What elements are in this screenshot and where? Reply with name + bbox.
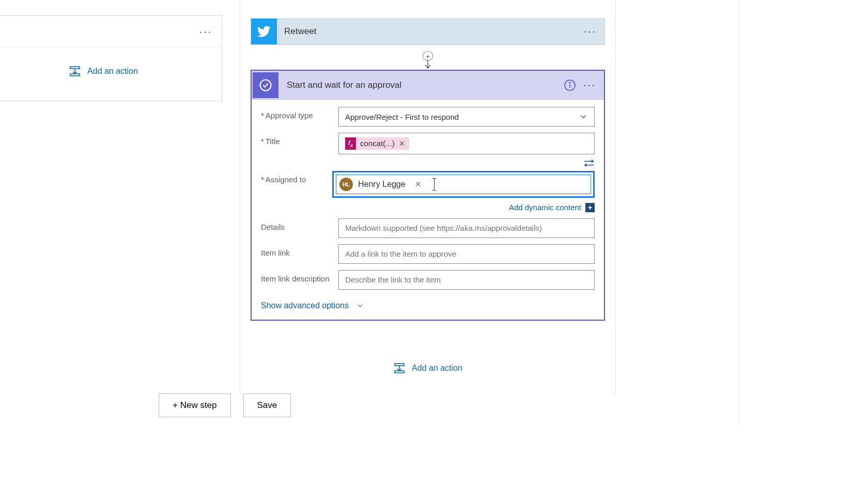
right-panel-edge <box>739 0 739 423</box>
avatar: HL <box>339 178 353 191</box>
details-label: Details <box>261 218 338 231</box>
footer-buttons: + New step Save <box>159 393 291 417</box>
add-action-button-bottom[interactable]: Add an action <box>393 362 462 374</box>
left-branch-header: ··· <box>0 16 222 47</box>
approval-type-select[interactable]: Approve/Reject - First to respond <box>338 107 595 127</box>
approval-icon <box>253 72 278 98</box>
more-icon[interactable]: ··· <box>196 25 215 38</box>
details-input[interactable] <box>338 218 595 238</box>
arrow-down-icon <box>423 60 433 70</box>
approval-header[interactable]: Start and wait for an approval ··· <box>252 71 604 100</box>
fx-icon: fx <box>345 137 356 150</box>
left-branch-card: ··· Add an action <box>0 15 222 101</box>
svg-point-4 <box>260 80 271 90</box>
item-link-label: Item link <box>261 244 338 257</box>
add-action-label: Add an action <box>87 67 138 76</box>
retweet-more-icon[interactable]: ··· <box>584 25 605 38</box>
add-action-button[interactable]: Add an action <box>69 65 138 77</box>
title-input[interactable]: fx concat(...) ✕ <box>338 133 595 154</box>
assigned-to-highlight: HL Henry Legge ✕ <box>332 171 595 198</box>
info-icon[interactable] <box>564 79 576 91</box>
step-connector: + <box>240 45 615 70</box>
item-link-input[interactable] <box>338 244 595 264</box>
add-dynamic-content-link[interactable]: Add dynamic content + <box>332 203 595 212</box>
swap-mode-icon[interactable] <box>583 159 595 168</box>
approval-type-label: *Approval type <box>261 107 338 120</box>
add-action-label: Add an action <box>412 364 462 373</box>
item-link-desc-input[interactable] <box>338 270 595 290</box>
insert-action-icon <box>393 362 406 374</box>
svg-rect-12 <box>395 371 404 373</box>
expression-token[interactable]: fx concat(...) ✕ <box>345 137 409 150</box>
chevron-down-icon <box>356 302 364 310</box>
twitter-icon <box>251 19 277 44</box>
title-label: *Title <box>261 133 338 146</box>
item-link-desc-label: Item link description <box>261 270 338 283</box>
insert-action-icon <box>69 65 81 77</box>
show-advanced-options[interactable]: Show advanced options <box>261 301 364 310</box>
approval-step-card: Start and wait for an approval ··· *Appr… <box>251 70 605 321</box>
show-advanced-label: Show advanced options <box>261 301 349 310</box>
remove-token-icon[interactable]: ✕ <box>399 139 405 148</box>
assigned-to-input[interactable]: HL Henry Legge ✕ <box>336 175 591 194</box>
expression-text: concat(...) <box>360 139 395 148</box>
svg-point-7 <box>569 82 570 83</box>
retweet-step-card[interactable]: Retweet ··· <box>251 18 605 45</box>
flow-canvas: Retweet ··· + Start and wait for an appr… <box>240 0 616 395</box>
svg-rect-2 <box>70 74 80 76</box>
svg-rect-0 <box>70 67 80 69</box>
approval-header-title: Start and wait for an approval <box>280 80 564 90</box>
text-caret-icon <box>434 179 435 190</box>
assigned-to-label: *Assigned to <box>261 171 332 184</box>
user-name: Henry Legge <box>358 180 406 189</box>
approval-more-icon[interactable]: ··· <box>583 78 604 92</box>
remove-user-icon[interactable]: ✕ <box>415 180 422 189</box>
new-step-button[interactable]: + New step <box>159 393 231 417</box>
user-chip[interactable]: HL Henry Legge ✕ <box>339 178 425 191</box>
save-button[interactable]: Save <box>243 393 291 417</box>
add-dynamic-label: Add dynamic content <box>509 203 581 212</box>
svg-rect-10 <box>395 364 404 366</box>
approval-type-value: Approve/Reject - First to respond <box>345 113 459 121</box>
retweet-step-title: Retweet <box>277 26 584 37</box>
chevron-down-icon <box>579 112 588 121</box>
plus-icon: + <box>585 203 595 212</box>
